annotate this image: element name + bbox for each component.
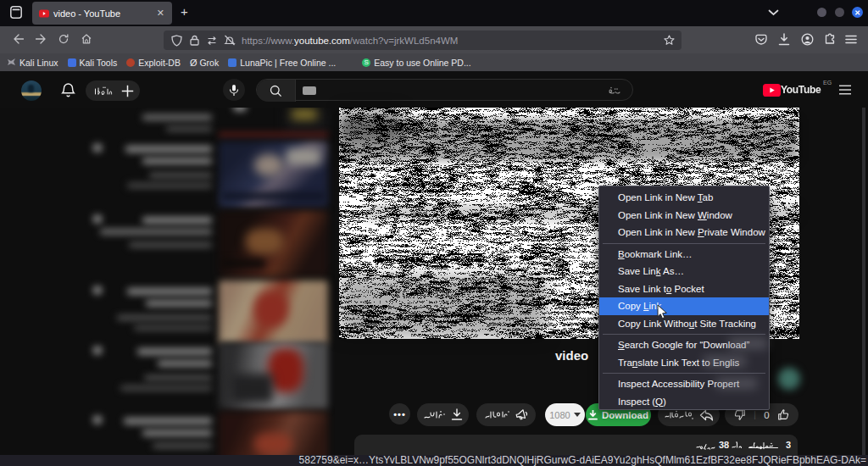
svg-text:38: 38 [719,440,729,450]
svg-text:3: 3 [786,440,791,450]
